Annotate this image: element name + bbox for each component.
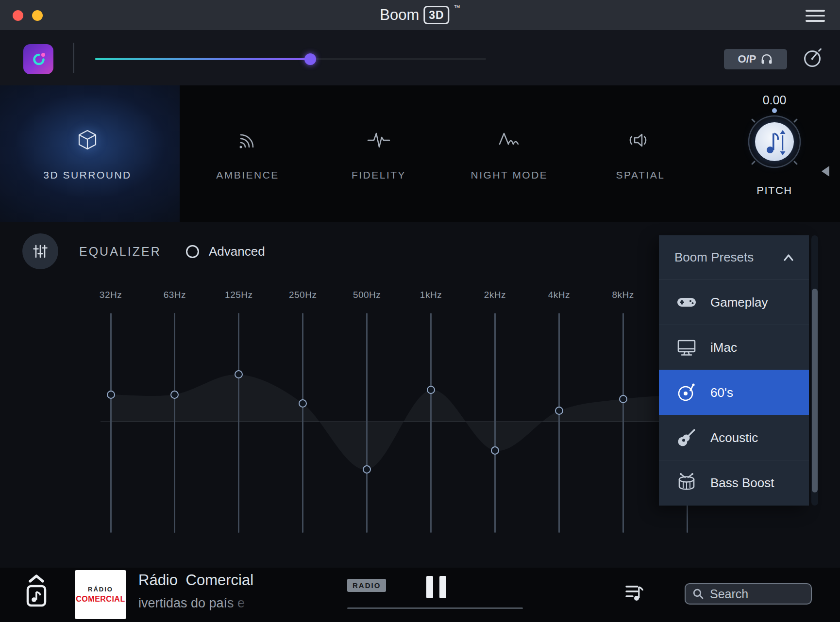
eq-band-slider[interactable] [558,313,560,533]
menu-button[interactable] [806,10,825,22]
preset-item-imac[interactable]: iMac [659,325,809,370]
collapse-presets-button[interactable] [781,251,796,264]
app-title-3d-badge: 3D [423,6,449,24]
search-box[interactable] [685,583,812,605]
text-fade [225,596,264,613]
pitch-panel-arrow[interactable] [822,166,829,177]
eq-band-slider[interactable] [302,313,303,533]
eq-band-slider[interactable] [430,313,432,533]
freq-label: 8kHz [601,290,645,300]
tab-label: FIDELITY [352,169,406,181]
preset-label: Bass Boost [710,475,774,491]
player-bar: RÁDIO COMERCIAL Rádio Comercial ivertida… [0,568,840,622]
presets-header: Boom Presets [659,235,809,279]
preset-item-60s[interactable]: 60's [659,370,809,415]
eq-band-slider[interactable] [494,313,496,533]
effects-tab-bar: 3D SURROUND AMBIENCE FIDELITY [0,85,840,222]
eq-band-handle[interactable] [170,391,179,399]
eq-band-handle[interactable] [491,446,499,455]
volume-thumb[interactable] [304,53,316,65]
tab-fidelity[interactable]: FIDELITY [325,85,432,222]
pitch-control: 0.00 [728,85,821,222]
preset-label: iMac [710,340,737,355]
eq-band-slider[interactable] [174,313,175,533]
advanced-radio[interactable] [186,245,199,258]
sound-waves-icon [234,127,261,154]
close-button[interactable] [13,10,23,21]
pitch-knob[interactable] [738,105,811,180]
volume-track[interactable] [95,58,486,60]
eq-band-handle[interactable] [363,465,371,474]
eq-band-handle[interactable] [619,395,627,403]
freq-label: 125Hz [217,290,261,300]
eq-band-slider[interactable] [110,313,112,533]
equalizer-title: EQUALIZER [79,245,161,259]
freq-label: 2kHz [473,290,517,300]
volume-fill [95,58,310,60]
tab-label: SPATIAL [616,169,665,181]
cube-icon [74,127,101,154]
volume-row: O/P [0,30,840,85]
pitch-label: PITCH [738,184,811,197]
tab-ambience[interactable]: AMBIENCE [194,85,301,222]
eq-band-handle[interactable] [235,370,243,378]
divider [73,43,74,73]
seek-bar[interactable] [347,607,523,609]
track-subtitle: ivertidas do país e [138,596,264,613]
preset-label: Acoustic [710,430,758,445]
eq-band-slider[interactable] [366,313,368,533]
scrollbar-thumb[interactable] [812,289,818,492]
album-art: RÁDIO COMERCIAL [75,570,126,619]
guitar-icon [675,426,698,449]
presets-scrollbar[interactable] [811,235,818,506]
headphones-icon [760,53,773,65]
boom-presets-panel: Boom Presets Gamepl [659,235,809,506]
eq-band-slider[interactable] [622,313,624,533]
output-device-button[interactable]: O/P [724,49,787,69]
radio-badge: RADIO [347,579,386,592]
drum-icon [675,472,698,494]
eq-band-handle[interactable] [555,407,563,415]
intensity-dial-icon[interactable] [802,47,824,69]
eq-band-slider[interactable] [238,313,239,533]
presets-title: Boom Presets [674,250,754,265]
album-art-line1: RÁDIO [88,586,113,593]
freq-label: 63Hz [153,290,197,300]
gamepad-icon [675,291,698,313]
eq-band-handle[interactable] [107,391,115,399]
search-input[interactable] [709,587,798,602]
preset-item-bass-boost[interactable]: Bass Boost [659,460,809,505]
boom-logo-icon[interactable] [23,44,53,74]
freq-label: 250Hz [281,290,325,300]
output-device-label: O/P [738,53,756,65]
tab-label: NIGHT MODE [471,169,548,181]
freq-label: 1kHz [409,290,453,300]
volume-slider[interactable] [95,53,486,65]
monitor-icon [675,336,698,359]
eq-band-handle[interactable] [427,386,435,394]
equalizer-section: 32Hz63Hz125Hz250Hz500Hz1kHz2kHz4kHz8kHz1… [0,222,840,568]
queue-button[interactable] [624,582,646,604]
preset-item-acoustic[interactable]: Acoustic [659,415,809,460]
freq-label: 500Hz [345,290,389,300]
wave-icon [496,127,523,154]
tab-label: 3D SURROUND [43,169,132,181]
audio-source-button[interactable] [23,573,50,612]
vinyl-icon [675,381,698,404]
pause-button[interactable] [426,576,446,598]
tab-3d-surround[interactable]: 3D SURROUND [36,85,138,222]
preset-label: 60's [710,385,733,400]
preset-item-gameplay[interactable]: Gameplay [659,279,809,325]
app-title-text: Boom [380,6,419,24]
tab-spatial[interactable]: SPATIAL [587,85,694,222]
minimize-button[interactable] [32,10,43,21]
preset-label: Gameplay [710,295,768,310]
tab-night-mode[interactable]: NIGHT MODE [456,85,563,222]
eq-band-handle[interactable] [299,399,307,408]
freq-label: 4kHz [537,290,581,300]
search-icon [692,588,704,600]
app-title: Boom 3D ™ [380,0,460,30]
tab-label: AMBIENCE [216,169,279,181]
titlebar: Boom 3D ™ [0,0,840,30]
track-title: Rádio Comercial [138,572,253,589]
